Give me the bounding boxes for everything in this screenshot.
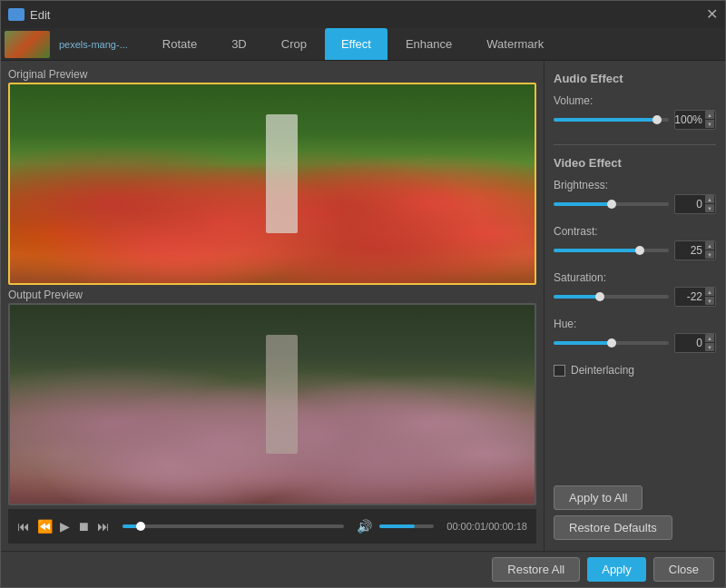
contrast-slider-fill bbox=[554, 249, 640, 252]
tab-effect[interactable]: Effect bbox=[325, 28, 388, 60]
tab-3d[interactable]: 3D bbox=[215, 28, 263, 60]
contrast-down-arrow[interactable]: ▼ bbox=[705, 250, 714, 259]
original-preview-container: Original Preview bbox=[8, 68, 536, 285]
volume-spinner: ▲ ▼ bbox=[705, 111, 714, 128]
brightness-down-arrow[interactable]: ▼ bbox=[705, 204, 714, 212]
restore-defaults-button[interactable]: Restore Defaults bbox=[554, 515, 672, 540]
brightness-label: Brightness: bbox=[554, 179, 716, 191]
volume-up-arrow[interactable]: ▲ bbox=[705, 111, 714, 119]
skip-forward-button[interactable]: ⏭ bbox=[97, 519, 110, 534]
restore-all-button[interactable]: Restore All bbox=[492, 557, 580, 582]
tab-crop[interactable]: Crop bbox=[265, 28, 323, 60]
saturation-spinner: ▲ ▼ bbox=[705, 288, 714, 305]
saturation-slider-thumb[interactable] bbox=[595, 292, 604, 301]
tab-rotate[interactable]: Rotate bbox=[146, 28, 213, 60]
contrast-up-arrow[interactable]: ▲ bbox=[705, 241, 714, 250]
thumbnail-image bbox=[5, 31, 50, 58]
volume-fill bbox=[379, 524, 415, 528]
contrast-spinner: ▲ ▼ bbox=[705, 241, 714, 259]
step-back-button[interactable]: ⏪ bbox=[37, 519, 53, 534]
sculpture-overlay-original bbox=[266, 114, 298, 233]
hue-spinner: ▲ ▼ bbox=[705, 334, 714, 351]
volume-slider-thumb[interactable] bbox=[652, 115, 662, 124]
deinterlacing-checkbox[interactable] bbox=[554, 365, 565, 377]
progress-bar[interactable] bbox=[123, 524, 344, 528]
saturation-control: Saturation: -22 ▲ ▼ bbox=[554, 271, 716, 307]
brightness-slider[interactable] bbox=[554, 202, 669, 206]
bottom-buttons-row: Restore All Apply Close bbox=[12, 557, 714, 582]
app-icon bbox=[8, 8, 25, 21]
brightness-up-arrow[interactable]: ▲ bbox=[705, 195, 714, 203]
contrast-control: Contrast: 25 ▲ ▼ bbox=[554, 225, 716, 260]
brightness-spinner: ▲ ▼ bbox=[705, 195, 714, 212]
contrast-label: Contrast: bbox=[554, 225, 716, 238]
output-preview-label: Output Preview bbox=[8, 289, 536, 301]
output-preview-container: Output Preview bbox=[8, 289, 536, 505]
saturation-slider-row: -22 ▲ ▼ bbox=[554, 287, 716, 307]
title-bar-left: Edit bbox=[8, 8, 50, 22]
hue-slider-thumb[interactable] bbox=[607, 338, 616, 348]
right-panel: Audio Effect Volume: 100% bbox=[544, 61, 725, 551]
volume-value: 100% bbox=[674, 113, 702, 126]
bottom-buttons-panel: Restore All Apply Close bbox=[1, 551, 725, 587]
main-content: Original Preview Output Preview bbox=[1, 61, 725, 587]
brightness-slider-thumb[interactable] bbox=[607, 200, 616, 209]
saturation-slider[interactable] bbox=[554, 295, 669, 299]
saturation-up-arrow[interactable]: ▲ bbox=[705, 288, 714, 296]
hue-up-arrow[interactable]: ▲ bbox=[705, 334, 714, 342]
apply-to-all-button[interactable]: Apply to All bbox=[554, 485, 643, 510]
audio-effect-title: Audio Effect bbox=[554, 72, 716, 85]
contrast-slider[interactable] bbox=[554, 249, 669, 252]
window-title: Edit bbox=[30, 8, 50, 22]
stop-button[interactable]: ⏹ bbox=[77, 519, 90, 534]
volume-slider-row: 100% ▲ ▼ bbox=[554, 110, 716, 130]
contrast-slider-row: 25 ▲ ▼ bbox=[554, 240, 716, 260]
volume-control: Volume: 100% ▲ ▼ bbox=[554, 94, 716, 130]
play-button[interactable]: ▶ bbox=[60, 519, 70, 534]
volume-down-arrow[interactable]: ▼ bbox=[705, 120, 714, 128]
volume-label: Volume: bbox=[554, 94, 716, 107]
progress-thumb[interactable] bbox=[136, 522, 145, 531]
close-window-button[interactable]: ✕ bbox=[706, 7, 718, 22]
brightness-value: 0 bbox=[696, 198, 702, 211]
video-effect-title: Video Effect bbox=[554, 156, 716, 170]
hue-slider-fill bbox=[554, 341, 612, 345]
panel-action-buttons: Apply to All Restore Defaults bbox=[554, 485, 716, 540]
edit-window: Edit ✕ pexels-mang-... Rotate 3D Crop Ef… bbox=[0, 0, 726, 588]
preview-panel: Original Preview Output Preview bbox=[1, 61, 544, 551]
file-thumbnail bbox=[5, 31, 50, 58]
brightness-slider-row: 0 ▲ ▼ bbox=[554, 194, 716, 214]
hue-slider-row: 0 ▲ ▼ bbox=[554, 333, 716, 353]
tab-watermark[interactable]: Watermark bbox=[470, 28, 560, 60]
apply-button[interactable]: Apply bbox=[587, 557, 646, 582]
volume-slider[interactable] bbox=[554, 118, 669, 122]
saturation-input-wrapper: -22 ▲ ▼ bbox=[674, 287, 716, 307]
brightness-input-wrapper: 0 ▲ ▼ bbox=[674, 194, 716, 214]
time-display: 00:00:01/00:00:18 bbox=[446, 521, 527, 532]
hue-down-arrow[interactable]: ▼ bbox=[705, 343, 714, 351]
tab-bar: pexels-mang-... Rotate 3D Crop Effect En… bbox=[1, 28, 725, 61]
close-button[interactable]: Close bbox=[653, 557, 714, 582]
brightness-control: Brightness: 0 ▲ ▼ bbox=[554, 179, 716, 214]
playback-controls: ⏮ ⏪ ▶ ⏹ ⏭ 🔊 00:00:01/00:00:18 bbox=[8, 509, 536, 544]
hue-value: 0 bbox=[696, 337, 702, 349]
hue-label: Hue: bbox=[554, 318, 716, 330]
hue-input-wrapper: 0 ▲ ▼ bbox=[674, 333, 716, 353]
volume-icon[interactable]: 🔊 bbox=[357, 519, 372, 534]
file-name: pexels-mang-... bbox=[59, 39, 128, 50]
contrast-slider-thumb[interactable] bbox=[635, 246, 644, 255]
volume-bar[interactable] bbox=[379, 524, 434, 528]
saturation-label: Saturation: bbox=[554, 271, 716, 284]
tab-enhance[interactable]: Enhance bbox=[389, 28, 468, 60]
title-bar: Edit ✕ bbox=[1, 1, 725, 28]
original-preview-label: Original Preview bbox=[8, 68, 536, 81]
deinterlacing-label: Deinterlacing bbox=[571, 364, 634, 377]
saturation-value: -22 bbox=[687, 290, 702, 303]
hue-slider[interactable] bbox=[554, 341, 669, 345]
volume-slider-fill bbox=[554, 118, 657, 122]
saturation-down-arrow[interactable]: ▼ bbox=[705, 297, 714, 305]
saturation-slider-fill bbox=[554, 295, 600, 299]
sculpture-overlay-output bbox=[266, 335, 298, 454]
skip-back-button[interactable]: ⏮ bbox=[17, 519, 30, 534]
original-preview-box bbox=[8, 83, 536, 285]
